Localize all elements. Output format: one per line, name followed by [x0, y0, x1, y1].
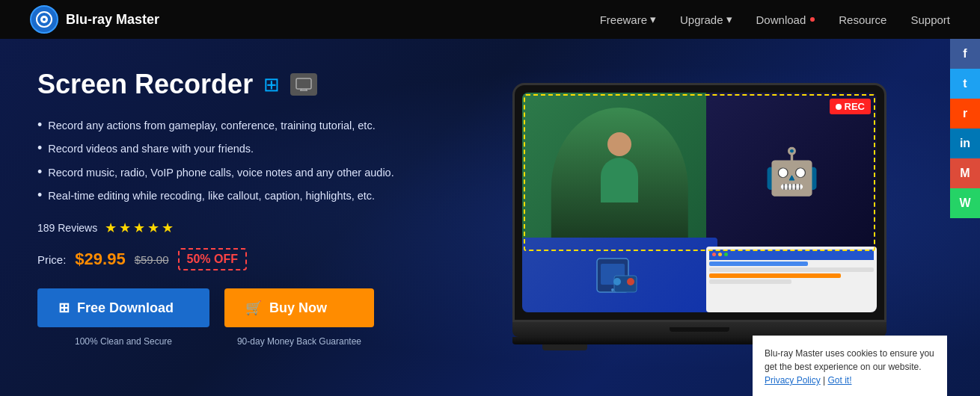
laptop-screen: 🤖 REC	[512, 83, 886, 322]
nav-resource[interactable]: Resource	[839, 13, 886, 26]
app-titlebar	[709, 250, 874, 260]
collage-game: 🤖 REC	[706, 93, 877, 251]
svg-point-12	[627, 278, 634, 285]
twitter-button[interactable]: t	[950, 69, 980, 99]
app-row-1	[709, 262, 808, 266]
maximize-dot	[724, 253, 728, 256]
laptop-mockup: 🤖 REC	[512, 83, 901, 367]
app-row-2	[709, 267, 874, 272]
feature-item: Real-time editing while recoding, like c…	[37, 188, 404, 203]
app-row-3	[709, 273, 841, 278]
star-rating: ★ ★ ★ ★ ★	[105, 220, 174, 236]
reviews-row: 189 Reviews ★ ★ ★ ★ ★	[37, 220, 404, 236]
gmail-button[interactable]: M	[950, 158, 980, 188]
mac-icon	[290, 73, 317, 96]
minimize-dot	[718, 253, 722, 256]
app-content	[709, 262, 874, 284]
social-sidebar: f t r in M W	[950, 39, 980, 218]
nav-links: Freeware ▾ Upgrade ▾ Download Resource S…	[600, 13, 950, 26]
nav-download[interactable]: Download	[756, 13, 815, 26]
nav-upgrade[interactable]: Upgrade ▾	[680, 13, 732, 26]
person-body	[601, 158, 638, 202]
download-dot	[810, 17, 815, 22]
nav-freeware[interactable]: Freeware ▾	[600, 13, 656, 26]
laptop-base	[512, 322, 886, 337]
feature-item: Record videos and share with your friend…	[37, 141, 404, 156]
laptop-notch	[670, 327, 729, 332]
collage-meeting	[522, 238, 717, 312]
price-original: $59.00	[135, 253, 169, 266]
app-row-4	[709, 279, 791, 284]
logo-icon	[30, 5, 58, 34]
rec-badge: REC	[830, 99, 871, 114]
feature-item: Record music, radio, VoIP phone calls, v…	[37, 165, 404, 180]
discount-badge: 50% OFF	[178, 248, 247, 270]
close-dot	[712, 253, 716, 256]
privacy-policy-link[interactable]: Privacy Policy	[765, 375, 821, 386]
navbar: Blu-ray Master Freeware ▾ Upgrade ▾ Down…	[0, 0, 980, 39]
collage-woman	[522, 93, 717, 242]
windows-icon: ⊞	[263, 73, 280, 96]
buy-now-subtext: 90-day Money Back Guarantee	[224, 336, 374, 347]
features-list: Record any actions from gameplay, confer…	[37, 118, 404, 203]
nav-support[interactable]: Support	[910, 13, 950, 26]
svg-point-2	[43, 18, 46, 21]
feature-item: Record any actions from gameplay, confer…	[37, 118, 404, 133]
svg-rect-3	[296, 78, 311, 89]
collage-app-screenshot	[706, 247, 877, 312]
reviews-count: 189 Reviews	[37, 222, 97, 234]
brand-logo[interactable]: Blu-ray Master	[30, 5, 159, 34]
screen-content: 🤖 REC	[522, 93, 877, 312]
product-title: Screen Recorder	[37, 69, 253, 100]
star-5: ★	[162, 220, 174, 236]
facebook-button[interactable]: f	[950, 39, 980, 69]
tablet-icon	[593, 255, 646, 296]
hero-section: Screen Recorder ⊞ Record any actions fro…	[0, 39, 980, 396]
game-character: 🤖	[764, 145, 820, 198]
person-figure	[601, 132, 638, 202]
star-2: ★	[119, 220, 131, 236]
whatsapp-button[interactable]: W	[950, 188, 980, 218]
buttons-row: ⊞ Free Download 🛒 Buy Now	[37, 288, 404, 327]
star-3: ★	[133, 220, 145, 236]
svg-point-9	[611, 288, 614, 291]
svg-point-11	[613, 278, 621, 285]
cookie-got-it-link[interactable]: Got it!	[827, 375, 851, 386]
price-label: Price:	[37, 253, 66, 266]
price-current: $29.95	[75, 250, 125, 269]
rec-dot	[836, 104, 842, 110]
person-head	[607, 132, 631, 156]
price-row: Price: $29.95 $59.00 50% OFF	[37, 248, 404, 270]
foot-pad-left	[542, 344, 587, 350]
product-title-row: Screen Recorder ⊞	[37, 69, 404, 100]
windows-btn-icon: ⊞	[58, 300, 70, 316]
buy-now-button[interactable]: 🛒 Buy Now	[224, 288, 374, 327]
button-subtexts: 100% Clean and Secure 90-day Money Back …	[37, 336, 404, 347]
cookie-notice: Blu-ray Master uses cookies to ensure yo…	[753, 335, 947, 396]
brand-name: Blu-ray Master	[66, 12, 159, 28]
linkedin-button[interactable]: in	[950, 129, 980, 158]
reddit-button[interactable]: r	[950, 99, 980, 129]
hero-content: Screen Recorder ⊞ Record any actions fro…	[0, 39, 434, 396]
screen-collage: 🤖 REC	[522, 93, 877, 312]
free-download-button[interactable]: ⊞ Free Download	[37, 288, 209, 327]
star-4: ★	[147, 220, 159, 236]
free-download-subtext: 100% Clean and Secure	[37, 336, 209, 347]
cart-icon: 🛒	[245, 300, 262, 316]
star-1: ★	[105, 220, 117, 236]
